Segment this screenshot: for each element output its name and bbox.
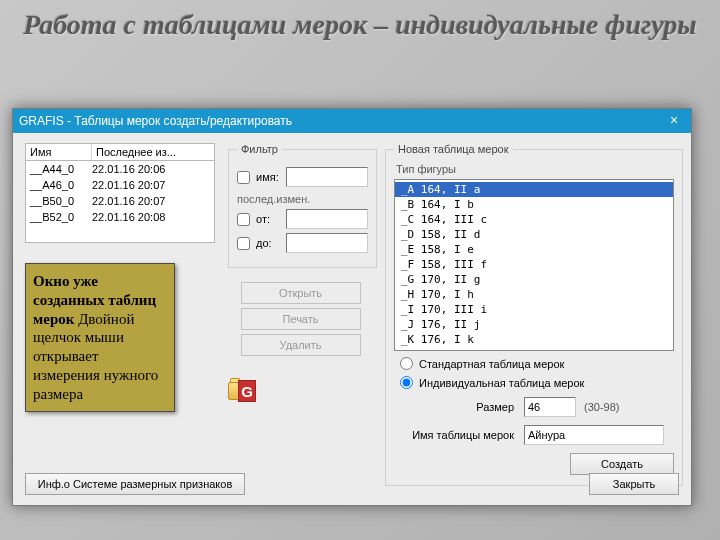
filter-legend: Фильтр [237,143,282,155]
filter-changed-label: послед.измен. [237,193,368,205]
figure-type-item[interactable]: _F 158, III f [395,257,673,272]
create-button[interactable]: Создать [570,453,674,475]
open-button[interactable]: Открыть [241,282,361,304]
filter-group: Фильтр имя: послед.измен. от: до: [228,143,377,268]
table-row[interactable]: __A46_022.01.16 20:07 [26,177,214,193]
figure-type-list[interactable]: _A 164, II a_B 164, I b_C 164, III c_D 1… [394,179,674,351]
filter-from-input[interactable] [286,209,368,229]
radio-individual-label: Индивидуальная таблица мерок [419,377,584,389]
new-table-legend: Новая таблица мерок [394,143,513,155]
size-label: Размер [394,401,514,413]
window-title: GRAFIS - Таблицы мерок создать/редактиро… [19,114,663,128]
size-input[interactable] [524,397,576,417]
annotation-note: Окно уже созданных таблиц мерок Двойной … [25,263,175,412]
figure-type-item[interactable]: _H 170, I h [395,287,673,302]
filter-from-label: от: [256,213,286,225]
grafis-logo-icon: G [228,374,260,406]
figure-type-item[interactable]: _E 158, I e [395,242,673,257]
radio-standard-label: Стандартная таблица мерок [419,358,564,370]
table-row[interactable]: __B52_022.01.16 20:08 [26,209,214,225]
figure-type-item[interactable]: _R 152, II r [395,347,673,351]
slide-title: Работа с таблицами мерок – индивидуальны… [0,0,720,48]
radio-individual[interactable] [400,376,413,389]
figure-type-item[interactable]: _A 164, II a [395,182,673,197]
filter-from-checkbox[interactable] [237,213,250,226]
filter-name-input[interactable] [286,167,368,187]
figure-type-label: Тип фигуры [396,163,674,175]
filter-to-checkbox[interactable] [237,237,250,250]
figure-type-item[interactable]: _D 158, II d [395,227,673,242]
radio-standard[interactable] [400,357,413,370]
table-name-input[interactable] [524,425,664,445]
print-button[interactable]: Печать [241,308,361,330]
delete-button[interactable]: Удалить [241,334,361,356]
close-icon[interactable]: × [663,112,685,130]
filter-to-input[interactable] [286,233,368,253]
filter-to-label: до: [256,237,286,249]
tables-list[interactable]: __A44_022.01.16 20:06__A46_022.01.16 20:… [25,161,215,243]
title-bar: GRAFIS - Таблицы мерок создать/редактиро… [13,109,691,133]
info-button[interactable]: Инф.о Системе размерных признаков [25,473,245,495]
table-row[interactable]: __A44_022.01.16 20:06 [26,161,214,177]
list-header[interactable]: Имя Последнее из... [25,143,215,161]
new-table-group: Новая таблица мерок Тип фигуры _A 164, I… [385,143,683,486]
figure-type-item[interactable]: _B 164, I b [395,197,673,212]
filter-name-label: имя: [256,171,286,183]
figure-type-item[interactable]: _C 164, III c [395,212,673,227]
figure-type-item[interactable]: _K 176, I k [395,332,673,347]
table-row[interactable]: __B50_022.01.16 20:07 [26,193,214,209]
figure-type-item[interactable]: _J 176, II j [395,317,673,332]
filter-name-checkbox[interactable] [237,171,250,184]
size-range-label: (30-98) [584,401,619,413]
figure-type-item[interactable]: _G 170, II g [395,272,673,287]
col-header-name[interactable]: Имя [26,144,92,160]
col-header-date[interactable]: Последнее из... [92,144,214,160]
close-button[interactable]: Закрыть [589,473,679,495]
table-name-label: Имя таблицы мерок [394,429,514,441]
dialog-window: GRAFIS - Таблицы мерок создать/редактиро… [12,108,692,506]
figure-type-item[interactable]: _I 170, III i [395,302,673,317]
